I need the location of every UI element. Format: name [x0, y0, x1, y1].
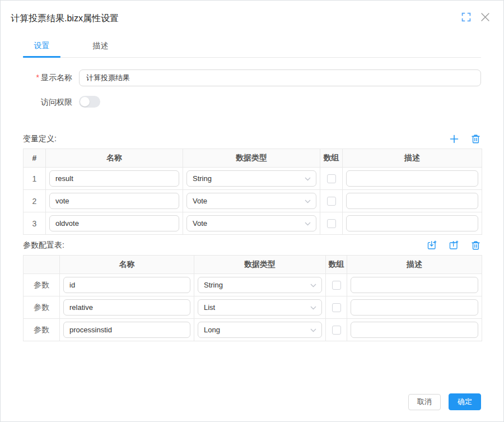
param-name-input[interactable]: [63, 299, 190, 316]
display-name-input[interactable]: [79, 69, 481, 86]
import-params-icon[interactable]: [427, 240, 437, 251]
delete-variable-icon[interactable]: [470, 133, 481, 144]
variable-desc-input[interactable]: [346, 170, 478, 187]
param-type-select[interactable]: Long: [198, 322, 322, 338]
param-row-label: 参数: [24, 274, 60, 296]
param-desc-input[interactable]: [351, 277, 478, 293]
required-asterisk: *: [36, 73, 39, 82]
dialog-title: 计算投票结果.bizx属性设置: [11, 13, 119, 24]
column-header-desc: 描述: [347, 256, 482, 274]
cancel-button[interactable]: 取消: [408, 394, 441, 410]
param-row-label: 参数: [24, 296, 60, 319]
add-variable-icon[interactable]: [449, 133, 459, 144]
param-row: 参数 Long: [24, 319, 482, 341]
variable-name-input[interactable]: [49, 193, 179, 209]
tab-settings[interactable]: 设置: [23, 41, 60, 57]
tab-description[interactable]: 描述: [82, 41, 119, 57]
chevron-down-icon: [310, 328, 316, 332]
delete-param-icon[interactable]: [470, 240, 481, 251]
variable-type-select[interactable]: Vote: [186, 215, 316, 231]
variable-row: 1 String: [24, 168, 482, 190]
param-name-input[interactable]: [63, 322, 190, 338]
array-checkbox[interactable]: [332, 303, 341, 312]
confirm-button[interactable]: 确定: [449, 393, 481, 410]
chevron-down-icon: [305, 177, 311, 181]
access-permission-label: 访问权限: [1, 98, 72, 108]
param-desc-input[interactable]: [351, 299, 478, 316]
variable-row: 2 Vote: [24, 190, 482, 212]
array-checkbox[interactable]: [327, 174, 336, 183]
params-table-header-row: 名称 数据类型 数组 描述: [24, 256, 482, 274]
variable-desc-input[interactable]: [346, 215, 478, 231]
tab-bar: 设置 描述: [23, 41, 481, 58]
column-header-name: 名称: [46, 149, 183, 168]
property-dialog: 计算投票结果.bizx属性设置 设置 描述 *显示名称: [0, 0, 504, 422]
variables-table-header-row: # 名称 数据类型 数组 描述: [24, 149, 482, 168]
dialog-header: 计算投票结果.bizx属性设置: [1, 1, 503, 24]
column-header-index: #: [24, 149, 46, 168]
column-header-desc: 描述: [343, 149, 482, 168]
variable-type-select[interactable]: String: [186, 170, 316, 187]
display-name-label: *显示名称: [1, 73, 72, 83]
column-header-array: 数组: [320, 149, 343, 168]
chevron-down-icon: [305, 222, 311, 226]
dialog-footer: 取消 确定: [1, 393, 503, 421]
param-row: 参数 List: [24, 296, 482, 319]
param-type-select[interactable]: List: [198, 299, 322, 316]
fullscreen-icon[interactable]: [461, 12, 471, 22]
column-header-type: 数据类型: [183, 149, 320, 168]
chevron-down-icon: [310, 306, 316, 310]
column-header-type: 数据类型: [194, 256, 326, 274]
column-header-name: 名称: [60, 256, 194, 274]
param-row: 参数 String: [24, 274, 482, 296]
param-desc-input[interactable]: [351, 322, 478, 338]
column-header-blank: [24, 256, 60, 274]
variables-table: # 名称 数据类型 数组 描述 1 String 2 Vote: [23, 149, 482, 235]
array-checkbox[interactable]: [327, 219, 336, 228]
variable-type-select[interactable]: Vote: [186, 193, 316, 209]
column-header-array: 数组: [326, 256, 347, 274]
variable-name-input[interactable]: [49, 215, 179, 231]
variable-name-input[interactable]: [49, 170, 179, 187]
params-table: 名称 数据类型 数组 描述 参数 String 参数 List: [23, 255, 482, 341]
row-index: 2: [24, 190, 46, 212]
settings-form: *显示名称 访问权限: [1, 69, 503, 119]
close-icon[interactable]: [480, 12, 490, 22]
chevron-down-icon: [305, 200, 311, 203]
export-params-icon[interactable]: [449, 240, 459, 251]
array-checkbox[interactable]: [332, 326, 341, 335]
row-index: 3: [24, 212, 46, 235]
param-name-input[interactable]: [63, 277, 190, 293]
param-type-select[interactable]: String: [198, 277, 322, 293]
toggle-knob: [80, 97, 90, 106]
params-section-label: 参数配置表:: [23, 240, 64, 251]
params-section-header: 参数配置表:: [23, 240, 481, 251]
param-row-label: 参数: [24, 319, 60, 341]
array-checkbox[interactable]: [332, 281, 341, 290]
array-checkbox[interactable]: [327, 197, 336, 206]
access-permission-toggle[interactable]: [79, 96, 100, 108]
row-index: 1: [24, 168, 46, 190]
variables-section-header: 变量定义:: [23, 133, 481, 144]
variable-desc-input[interactable]: [346, 193, 478, 209]
chevron-down-icon: [310, 284, 316, 287]
variable-row: 3 Vote: [24, 212, 482, 235]
variables-section-label: 变量定义:: [23, 134, 57, 144]
